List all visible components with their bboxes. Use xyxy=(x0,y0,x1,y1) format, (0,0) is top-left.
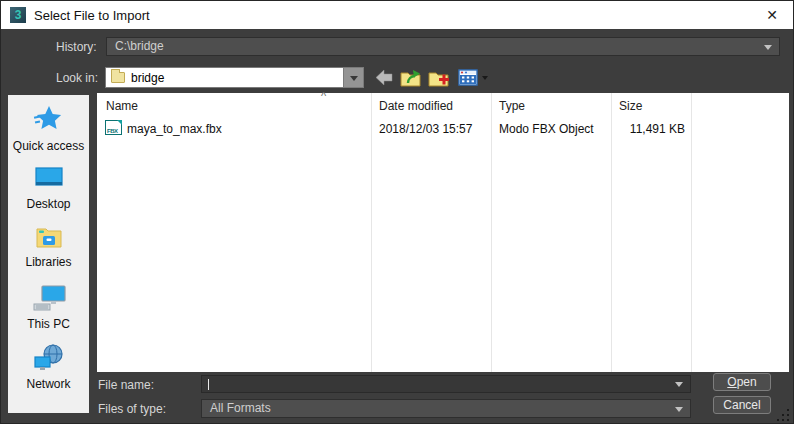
up-one-level-folder-icon xyxy=(400,67,422,88)
sidebar-item-label: Desktop xyxy=(26,197,70,211)
places-sidebar: Quick access Desktop Libraries xyxy=(8,95,89,413)
file-name-label: File name: xyxy=(98,378,154,392)
column-divider[interactable] xyxy=(691,93,692,372)
cancel-button[interactable]: Cancel xyxy=(713,396,771,414)
file-name-cell[interactable]: maya_to_max.fbx xyxy=(127,122,222,136)
look-in-value: bridge xyxy=(131,71,164,85)
page-fold-icon xyxy=(117,120,122,125)
sidebar-item-this-pc[interactable]: This PC xyxy=(8,279,89,339)
look-in-combobox[interactable]: bridge xyxy=(105,67,364,88)
create-new-folder-button[interactable] xyxy=(428,67,450,88)
column-divider[interactable] xyxy=(371,93,372,372)
sidebar-item-label: This PC xyxy=(27,317,70,331)
back-arrow-icon xyxy=(374,67,396,88)
history-label: History: xyxy=(56,40,97,54)
date-modified-cell: 2018/12/03 15:57 xyxy=(379,122,472,136)
sort-ascending-icon: ^ xyxy=(321,90,326,102)
file-name-input[interactable] xyxy=(201,375,691,393)
sidebar-item-quick-access[interactable]: Quick access xyxy=(8,99,89,159)
column-header-type[interactable]: Type xyxy=(499,99,525,113)
sidebar-item-label: Quick access xyxy=(13,139,84,153)
folder-icon xyxy=(111,72,125,83)
sidebar-item-network[interactable]: Network xyxy=(8,339,89,399)
files-of-type-label: Files of type: xyxy=(98,402,166,416)
files-of-type-value: All Formats xyxy=(210,401,271,415)
column-header-date-modified[interactable]: Date modified xyxy=(379,99,453,113)
sidebar-item-label: Libraries xyxy=(25,255,71,269)
look-in-label: Look in: xyxy=(56,71,98,85)
quick-access-star-icon xyxy=(33,103,65,135)
chevron-down-icon xyxy=(350,76,358,81)
title-bar: 3 Select File to Import ✕ xyxy=(1,1,793,29)
open-button[interactable]: Open xyxy=(713,373,771,391)
this-pc-computer-icon xyxy=(31,283,67,313)
sidebar-item-label: Network xyxy=(26,377,70,391)
select-file-to-import-dialog: 3 Select File to Import ✕ History: C:\br… xyxy=(0,0,794,424)
window-title: Select File to Import xyxy=(34,8,150,23)
chevron-down-icon[interactable] xyxy=(675,382,683,387)
libraries-folder-icon xyxy=(34,223,64,251)
chevron-down-icon[interactable] xyxy=(482,76,488,80)
text-caret xyxy=(208,379,209,390)
close-icon[interactable]: ✕ xyxy=(761,4,783,26)
back-button[interactable] xyxy=(374,67,396,88)
files-of-type-combobox[interactable]: All Formats xyxy=(201,399,691,418)
sidebar-item-desktop[interactable]: Desktop xyxy=(8,159,89,219)
view-menu-icon xyxy=(457,67,479,88)
chevron-down-icon xyxy=(675,407,683,412)
size-cell: 11,491 KB xyxy=(611,122,685,136)
file-list: ^ Name Date modified Type Size FBX maya_… xyxy=(97,93,789,372)
look-in-dropdown-button[interactable] xyxy=(343,68,363,87)
desktop-monitor-icon xyxy=(32,163,66,193)
3ds-max-app-icon: 3 xyxy=(10,7,26,23)
column-header-name[interactable]: Name xyxy=(106,99,138,113)
history-combobox[interactable]: C:\bridge xyxy=(106,37,780,56)
column-header-size[interactable]: Size xyxy=(619,99,642,113)
history-value: C:\bridge xyxy=(115,39,164,53)
fbx-file-icon: FBX xyxy=(105,120,122,135)
sidebar-item-libraries[interactable]: Libraries xyxy=(8,219,89,279)
network-globe-icon xyxy=(32,343,66,373)
up-one-level-button[interactable] xyxy=(400,67,422,88)
create-new-folder-icon xyxy=(428,67,450,88)
chevron-down-icon xyxy=(764,45,772,50)
column-divider[interactable] xyxy=(491,93,492,372)
view-menu-button[interactable] xyxy=(457,67,479,88)
type-cell: Modo FBX Object xyxy=(499,122,594,136)
